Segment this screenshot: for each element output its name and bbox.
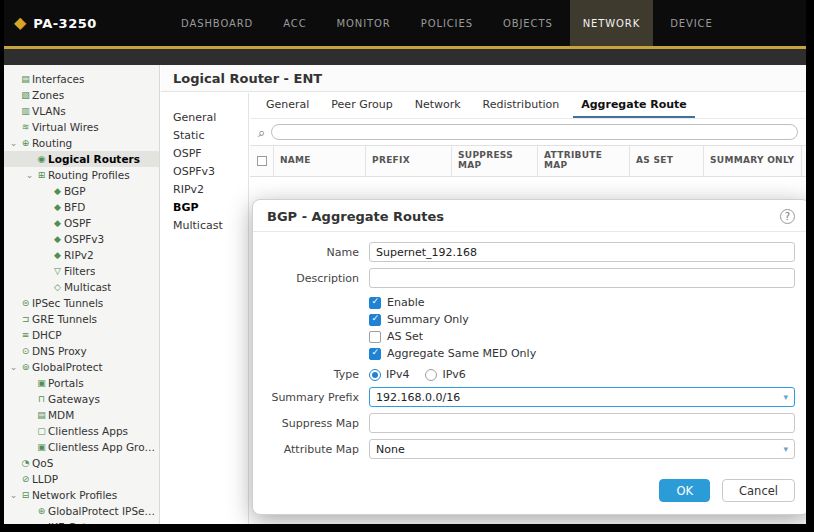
attribute-map-combobox[interactable]: ▾ [369, 439, 795, 459]
sidebar-item[interactable]: ◉ Logical Routers [4, 151, 159, 167]
sidebar-item[interactable]: ⊐ GRE Tunnels [4, 311, 159, 327]
router-section-item[interactable]: General [161, 109, 248, 127]
option-checkbox-row[interactable]: Aggregate Same MED Only [369, 345, 795, 362]
router-section-item[interactable]: OSPFv3 [161, 163, 248, 181]
sidebar-item[interactable]: ▤ MDM [4, 407, 159, 423]
sidebar-item[interactable]: ◆ BGP [4, 183, 159, 199]
sidebar-item[interactable]: ◆ OSPFv3 [4, 231, 159, 247]
table-column-header[interactable]: PREFIX [366, 146, 452, 176]
option-checkbox-row[interactable]: Enable [369, 294, 795, 311]
dialog-footer: OK Cancel [659, 479, 795, 502]
expand-arrow-icon[interactable]: ⌄ [8, 491, 19, 500]
search-input[interactable] [280, 127, 789, 138]
router-section-item[interactable]: Multicast [161, 217, 248, 235]
sidebar-item[interactable]: ⊛ GlobalProtect IPSec Crypto [4, 503, 159, 519]
sidebar-item[interactable]: ▣ Clientless App Groups [4, 439, 159, 455]
qos-icon: ◔ [19, 459, 32, 468]
clientless-apps-icon: ▢ [35, 427, 48, 436]
sidebar-item[interactable]: ▣ Portals [4, 375, 159, 391]
sidebar-item[interactable]: ◆ OSPF [4, 215, 159, 231]
sidebar-item[interactable]: ◔ QoS [4, 455, 159, 471]
radio-icon[interactable] [369, 369, 381, 381]
search-field[interactable] [271, 124, 798, 140]
table-column-header[interactable]: SUMMARY ONLY [704, 146, 802, 176]
sidebar-item-label: Multicast [64, 281, 111, 293]
sidebar-item[interactable]: ⌄ ⊚ GlobalProtect [4, 359, 159, 375]
checkbox-icon[interactable] [369, 314, 381, 326]
mdm-icon: ▤ [35, 411, 48, 420]
top-nav-tab[interactable]: POLICIES [408, 0, 486, 46]
description-row: Description [267, 268, 795, 288]
ok-button[interactable]: OK [659, 479, 710, 502]
type-radio-option[interactable]: IPv6 [425, 368, 465, 381]
radio-icon[interactable] [425, 369, 437, 381]
sidebar-item[interactable]: ▥ VLANs [4, 103, 159, 119]
sidebar-item[interactable]: ▽ Filters [4, 263, 159, 279]
attribute-map-input[interactable] [370, 443, 783, 456]
sidebar-item[interactable]: ◆ BFD [4, 199, 159, 215]
gateways-icon: ⊓ [35, 395, 48, 404]
sidebar-item[interactable]: ⌄ ⊟ Network Profiles [4, 487, 159, 503]
device-name: PA-3250 [33, 16, 96, 31]
name-input[interactable] [369, 242, 795, 262]
description-label: Description [267, 272, 359, 285]
top-nav-tab[interactable]: OBJECTS [490, 0, 566, 46]
summary-prefix-combobox[interactable]: ▾ [369, 387, 795, 407]
top-nav-tab[interactable]: DEVICE [657, 0, 726, 46]
bgp-tab[interactable]: Network [407, 93, 469, 118]
expand-arrow-icon[interactable]: ⌄ [8, 139, 19, 148]
sidebar-item[interactable]: ≋ Virtual Wires [4, 119, 159, 135]
top-nav-tab[interactable]: DASHBOARD [168, 0, 266, 46]
checkbox-icon[interactable] [369, 297, 381, 309]
sidebar-item[interactable]: ⊘ LLDP [4, 471, 159, 487]
bgp-tab[interactable]: General [258, 93, 317, 118]
sidebar-item[interactable]: ⌄ ⊕ Routing [4, 135, 159, 151]
expand-arrow-icon[interactable]: ⌄ [24, 171, 35, 180]
top-nav-tab[interactable]: NETWORK [570, 0, 653, 46]
sidebar-item[interactable]: ▢ Clientless Apps [4, 423, 159, 439]
help-icon[interactable]: ? [780, 209, 795, 224]
sidebar-item-label: Portals [48, 377, 84, 389]
option-checkbox-row[interactable]: AS Set [369, 328, 795, 345]
sidebar-item[interactable]: ⊠ IKE Gateways [4, 519, 159, 524]
table-column-header[interactable]: AS SET [630, 146, 704, 176]
description-input[interactable] [369, 268, 795, 288]
checkbox-icon[interactable] [369, 348, 381, 360]
sidebar-item[interactable]: ◆ RIPv2 [4, 247, 159, 263]
router-section-item[interactable]: OSPF [161, 145, 248, 163]
router-section-item[interactable]: RIPv2 [161, 181, 248, 199]
sidebar-item[interactable]: ▧ Zones [4, 87, 159, 103]
table-column-header[interactable]: NAME [274, 146, 366, 176]
dialog-title: BGP - Aggregate Routes [267, 209, 444, 224]
select-all-checkbox[interactable] [257, 156, 267, 166]
chevron-down-icon[interactable]: ▾ [783, 393, 794, 402]
table-column-header[interactable]: ATTRIBUTE MAP [538, 146, 630, 176]
bgp-tab[interactable]: Aggregate Route [573, 93, 695, 118]
type-radio-option[interactable]: IPv4 [369, 368, 409, 381]
suppress-map-input[interactable] [369, 413, 795, 433]
ripv2-icon: ◆ [51, 251, 64, 260]
sidebar-item[interactable]: ▤ Interfaces [4, 71, 159, 87]
sidebar-item[interactable]: ≡ DHCP [4, 327, 159, 343]
summary-prefix-input[interactable] [370, 391, 783, 404]
cancel-button[interactable]: Cancel [722, 479, 795, 502]
checkbox-icon[interactable] [369, 331, 381, 343]
sidebar-item[interactable]: ⊓ Gateways [4, 391, 159, 407]
bgp-tab[interactable]: Peer Group [323, 93, 400, 118]
top-nav-tab[interactable]: ACC [270, 0, 319, 46]
sidebar-item-label: RIPv2 [64, 249, 94, 261]
sidebar-item-label: Network Profiles [32, 489, 117, 501]
sidebar-item[interactable]: ⌄ ⊞ Routing Profiles [4, 167, 159, 183]
expand-arrow-icon[interactable]: ⌄ [8, 363, 19, 372]
bgp-tab[interactable]: Redistribution [475, 93, 568, 118]
sidebar-item[interactable]: ◇ Multicast [4, 279, 159, 295]
chevron-down-icon[interactable]: ▾ [783, 445, 794, 454]
table-column-header[interactable]: A [802, 146, 806, 176]
sidebar-item[interactable]: ⊙ DNS Proxy [4, 343, 159, 359]
table-column-header[interactable]: SUPPRESS MAP [452, 146, 538, 176]
sidebar-item[interactable]: ⊜ IPSec Tunnels [4, 295, 159, 311]
option-checkbox-row[interactable]: Summary Only [369, 311, 795, 328]
router-section-item[interactable]: Static [161, 127, 248, 145]
top-nav-tab[interactable]: MONITOR [324, 0, 404, 46]
router-section-item[interactable]: BGP [161, 199, 248, 217]
